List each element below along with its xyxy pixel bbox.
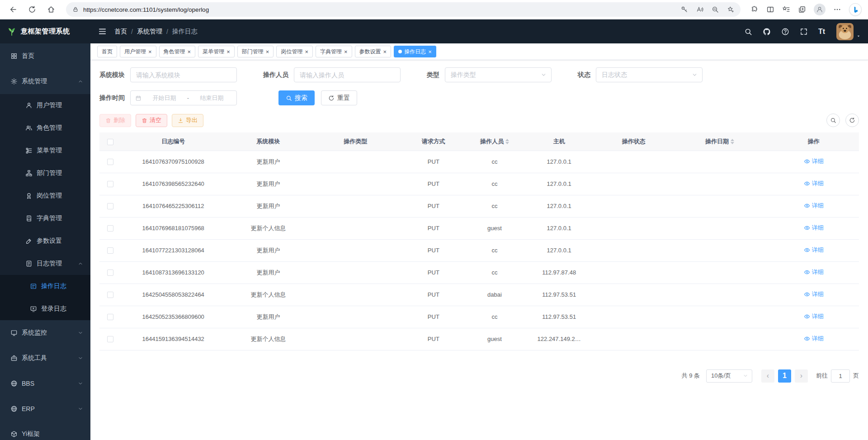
sidebar-item-system-mgmt[interactable]: 系统管理 (0, 69, 90, 94)
back-button[interactable] (6, 3, 20, 16)
type-select[interactable]: 操作类型 (445, 67, 552, 82)
row-checkbox[interactable] (107, 336, 113, 342)
row-checkbox[interactable] (107, 225, 113, 232)
close-icon[interactable] (266, 49, 269, 55)
font-size-button[interactable] (818, 28, 825, 36)
close-icon[interactable] (148, 49, 152, 55)
tab-param-settings[interactable]: 参数设置 (355, 46, 392, 57)
zoom-out-icon[interactable] (712, 6, 719, 13)
detail-link[interactable]: 详细 (804, 157, 824, 166)
sidebar-toggle-button[interactable] (90, 27, 114, 36)
row-checkbox[interactable] (107, 270, 113, 276)
favorites-icon[interactable] (782, 5, 790, 14)
detail-link[interactable]: 详细 (804, 180, 824, 188)
browser-profile-button[interactable] (814, 4, 826, 15)
sidebar-item-dept-mgmt[interactable]: 部门管理 (0, 162, 90, 185)
sidebar-item-login-log[interactable]: 登录日志 (0, 298, 90, 320)
col-date[interactable]: 操作日期 (671, 132, 768, 151)
detail-link[interactable]: 详细 (804, 335, 824, 343)
sidebar-item-home[interactable]: 首页 (0, 43, 90, 69)
header-search-button[interactable] (744, 28, 752, 36)
toggle-search-button[interactable] (826, 114, 840, 127)
tab-oper-log[interactable]: 操作日志 (394, 46, 436, 57)
home-button[interactable] (44, 3, 58, 16)
sidebar-item-log-mgmt[interactable]: 日志管理 (0, 252, 90, 275)
sidebar-item-dict-mgmt[interactable]: 字典管理 (0, 207, 90, 230)
extensions-icon[interactable] (750, 5, 759, 14)
sort-carets-icon[interactable] (731, 139, 734, 144)
password-key-icon[interactable] (681, 6, 688, 13)
bing-sidebar-button[interactable] (849, 3, 862, 16)
close-icon[interactable] (428, 49, 432, 55)
row-checkbox[interactable] (107, 181, 113, 187)
detail-link[interactable]: 详细 (804, 224, 824, 232)
add-favorite-icon[interactable] (727, 6, 734, 13)
operator-input[interactable] (294, 67, 401, 82)
close-icon[interactable] (383, 49, 387, 55)
goto-page-input[interactable] (831, 369, 850, 383)
refresh-button[interactable] (25, 3, 39, 16)
delete-button[interactable]: 删除 (99, 114, 131, 127)
status-select[interactable]: 日志状态 (596, 67, 703, 82)
prev-page-button[interactable]: ‹ (761, 369, 774, 383)
tab-role-mgmt[interactable]: 角色管理 (159, 46, 196, 57)
sidebar-item-role-mgmt[interactable]: 角色管理 (0, 117, 90, 139)
sidebar-item-user-mgmt[interactable]: 用户管理 (0, 94, 90, 117)
collections-icon[interactable] (798, 5, 806, 14)
sidebar-item-oper-log[interactable]: 操作日志 (0, 275, 90, 298)
fullscreen-button[interactable] (800, 28, 808, 36)
module-input[interactable] (130, 67, 237, 82)
page-1-button[interactable]: 1 (778, 369, 791, 383)
next-page-button[interactable]: › (795, 369, 808, 383)
search-button[interactable]: 搜索 (278, 90, 315, 105)
help-button[interactable] (781, 28, 789, 36)
close-icon[interactable] (305, 49, 308, 55)
col-operator[interactable]: 操作人员 (467, 132, 522, 151)
detail-link[interactable]: 详细 (804, 202, 824, 210)
row-checkbox[interactable] (107, 159, 113, 165)
sidebar-item-system-tools[interactable]: 系统工具 (0, 345, 90, 371)
tab-user-mgmt[interactable]: 用户管理 (120, 46, 156, 57)
date-range-picker[interactable]: 开始日期 - 结束日期 (130, 90, 237, 105)
close-icon[interactable] (226, 49, 230, 55)
address-bar[interactable]: https://ccnetcore.com:1101/system/log/op… (66, 2, 741, 17)
detail-link[interactable]: 详细 (804, 268, 824, 276)
sidebar-item-bbs[interactable]: BBS (0, 371, 90, 396)
refresh-table-button[interactable] (845, 114, 859, 127)
split-screen-icon[interactable] (766, 5, 774, 14)
close-icon[interactable] (188, 49, 191, 55)
sidebar-item-erp[interactable]: ERP (0, 396, 90, 421)
sidebar-item-yi-frame[interactable]: Yi框架 (0, 421, 90, 440)
sort-carets-icon[interactable] (505, 139, 509, 144)
page-size-select[interactable]: 10条/页 (706, 369, 752, 383)
sidebar-item-system-monitor[interactable]: 系统监控 (0, 320, 90, 345)
row-checkbox[interactable] (107, 314, 113, 320)
tab-menu-mgmt[interactable]: 菜单管理 (198, 46, 235, 57)
cell-type (311, 173, 400, 195)
detail-link[interactable]: 详细 (804, 312, 824, 321)
tab-home[interactable]: 首页 (97, 46, 117, 57)
row-checkbox[interactable] (107, 292, 113, 298)
breadcrumb-home[interactable]: 首页 (114, 28, 127, 36)
detail-link[interactable]: 详细 (804, 246, 824, 254)
tab-dict-mgmt[interactable]: 字典管理 (316, 46, 352, 57)
tab-dept-mgmt[interactable]: 部门管理 (237, 46, 274, 57)
select-all-checkbox[interactable] (107, 139, 113, 145)
github-button[interactable] (763, 28, 771, 36)
more-menu-icon[interactable] (833, 5, 841, 14)
tab-post-mgmt[interactable]: 岗位管理 (276, 46, 313, 57)
sidebar-item-menu-mgmt[interactable]: 菜单管理 (0, 139, 90, 162)
breadcrumb-system-mgmt[interactable]: 系统管理 (137, 28, 162, 36)
clear-button[interactable]: 清空 (136, 114, 167, 127)
close-icon[interactable] (344, 49, 348, 55)
avatar[interactable] (836, 23, 854, 40)
read-aloud-icon[interactable] (696, 6, 703, 13)
export-button[interactable]: 导出 (172, 114, 203, 127)
detail-link[interactable]: 详细 (804, 290, 824, 298)
user-menu[interactable] (836, 23, 861, 40)
sidebar-item-param-settings[interactable]: 参数设置 (0, 230, 90, 252)
sidebar-item-post-mgmt[interactable]: 岗位管理 (0, 185, 90, 207)
reset-button[interactable]: 重置 (321, 90, 357, 105)
row-checkbox[interactable] (107, 247, 113, 254)
row-checkbox[interactable] (107, 203, 113, 209)
